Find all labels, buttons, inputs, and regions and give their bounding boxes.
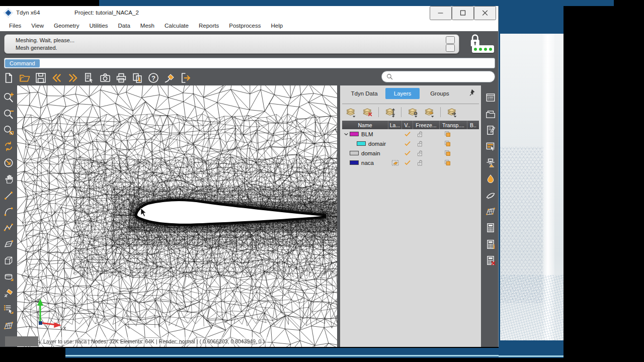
pin-icon[interactable] — [467, 88, 476, 98]
layer-color-swatch[interactable] — [350, 160, 359, 165]
mesh-canvas[interactable] — [17, 85, 337, 347]
layer-new-icon[interactable] — [343, 106, 358, 118]
chevron-up-icon[interactable] — [446, 36, 455, 44]
menu-reports[interactable]: Reports — [194, 23, 224, 29]
zoom-window-icon[interactable] — [1, 122, 16, 138]
tabs-divider — [342, 104, 479, 104]
open-folder-icon[interactable] — [18, 71, 31, 84]
volume-icon[interactable] — [1, 252, 16, 268]
arc-icon[interactable] — [1, 204, 16, 220]
backdrop-slide — [499, 6, 564, 340]
unlocked-icon[interactable] — [416, 140, 424, 148]
tab-tdyn-data[interactable]: Tdyn Data — [343, 88, 385, 99]
mesh-sheet-icon[interactable] — [483, 204, 498, 220]
snapshot-icon[interactable] — [99, 71, 112, 84]
menu-postprocess[interactable]: Postprocess — [224, 23, 266, 29]
unlocked-icon[interactable] — [416, 159, 424, 167]
layer-send-icon[interactable] — [444, 106, 459, 118]
layer-state-icon[interactable] — [405, 106, 420, 118]
column-header-v[interactable]: V.. — [402, 121, 413, 129]
zoom-out-icon[interactable] — [1, 106, 16, 122]
minimize-icon[interactable] — [430, 6, 452, 20]
expander-chevron-icon[interactable] — [342, 131, 350, 137]
open-files-icon[interactable] — [483, 106, 498, 122]
transparency-icon[interactable] — [444, 140, 451, 147]
chevron-down-icon[interactable] — [446, 44, 455, 52]
search-input[interactable] — [395, 72, 495, 81]
mesh-icon[interactable] — [1, 317, 16, 333]
unlocked-icon[interactable] — [416, 149, 424, 157]
visible-check-icon[interactable] — [404, 150, 411, 157]
column-header-name[interactable]: Name — [342, 121, 388, 129]
menu-view[interactable]: View — [26, 23, 49, 29]
pan-icon[interactable] — [1, 171, 16, 187]
menu-help[interactable]: Help — [266, 23, 288, 29]
tab-layers[interactable]: Layers — [385, 88, 420, 99]
layer-row[interactable]: domain — [342, 148, 479, 158]
layer-color-swatch[interactable] — [357, 141, 366, 146]
visible-check-icon[interactable] — [404, 159, 411, 166]
close-icon[interactable] — [474, 6, 496, 20]
menu-data[interactable]: Data — [113, 23, 135, 29]
clean-icon[interactable] — [163, 71, 176, 84]
list-select-icon[interactable] — [83, 71, 96, 84]
transparency-icon[interactable] — [444, 130, 451, 138]
maximize-icon[interactable] — [452, 6, 474, 20]
exit-icon[interactable] — [179, 71, 192, 84]
surface-icon[interactable] — [1, 236, 16, 252]
materials-drop-icon[interactable] — [483, 171, 498, 187]
visible-check-icon[interactable] — [404, 131, 411, 138]
right-toolbar: i — [482, 85, 499, 347]
redraw-icon[interactable] — [1, 138, 16, 154]
mesh-viewport[interactable] — [17, 85, 337, 347]
column-header-la[interactable]: La... — [388, 121, 402, 129]
pages-icon[interactable] — [483, 187, 498, 203]
command-input[interactable] — [40, 59, 495, 68]
edit-data-icon[interactable] — [483, 122, 498, 138]
menu-geometry[interactable]: Geometry — [49, 23, 85, 29]
lock-indicator[interactable] — [465, 33, 497, 58]
layer-color-icon[interactable] — [422, 106, 437, 118]
tab-groups[interactable]: Groups — [422, 88, 458, 99]
zoom-in-icon[interactable] — [1, 89, 16, 106]
menu-mesh[interactable]: Mesh — [135, 23, 159, 29]
menu-utilities[interactable]: Utilities — [85, 23, 113, 29]
solid-icon[interactable] — [1, 268, 16, 285]
layer-row[interactable]: BLM — [342, 129, 479, 139]
column-header-freeze[interactable]: Freeze... — [413, 121, 440, 129]
layer-delete-icon[interactable] — [360, 106, 375, 118]
layer-row[interactable]: naca — [342, 158, 479, 167]
save-icon[interactable] — [34, 71, 47, 84]
menu-files[interactable]: Files — [4, 23, 26, 29]
select-panel-icon[interactable] — [483, 138, 498, 154]
erase-icon[interactable] — [1, 285, 16, 301]
new-file-icon[interactable] — [2, 71, 15, 84]
calculate-info-icon[interactable]: i — [483, 236, 498, 252]
print-icon[interactable] — [115, 71, 128, 84]
copy-image-icon[interactable] — [131, 71, 144, 84]
conditions-icon[interactable] — [483, 155, 498, 171]
transparency-icon[interactable] — [444, 149, 451, 157]
calculate-icon[interactable] — [483, 220, 498, 236]
forward-icon[interactable] — [66, 71, 79, 84]
transparency-icon[interactable] — [444, 159, 451, 166]
unlocked-icon[interactable] — [416, 130, 424, 138]
column-header-b[interactable]: B.. — [467, 121, 479, 129]
back-icon[interactable] — [50, 71, 63, 84]
visible-check-icon[interactable] — [404, 140, 411, 147]
column-header-transp[interactable]: Transp.... — [440, 121, 467, 129]
layer-color-swatch[interactable] — [350, 151, 359, 155]
layer-color-swatch[interactable] — [350, 132, 359, 136]
list-entities-icon[interactable] — [1, 301, 16, 317]
polyline-icon[interactable] — [1, 220, 16, 236]
calculate-stop-icon[interactable] — [483, 252, 498, 268]
layer-mesh-flag-icon[interactable] — [391, 158, 400, 167]
menu-calculate[interactable]: Calculate — [159, 23, 194, 29]
progress-dots — [472, 45, 494, 53]
help-icon[interactable]: ? — [147, 71, 160, 84]
layer-row[interactable]: domair — [342, 139, 479, 148]
tree-view-icon[interactable] — [483, 89, 498, 106]
line-icon[interactable] — [1, 187, 16, 203]
layer-move-icon[interactable] — [382, 106, 397, 118]
rotate-icon[interactable] — [1, 155, 16, 171]
